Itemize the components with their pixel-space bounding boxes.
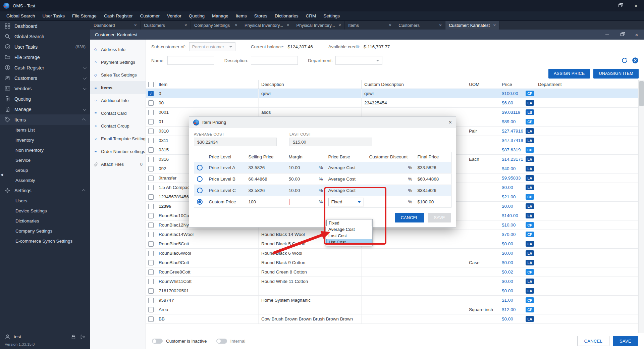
cancel-button[interactable]: CANCEL [577,336,610,346]
tab-company-settings[interactable]: Company Settings× [191,21,241,30]
tab-customer-karinatest[interactable]: Customer: Karinatest× [445,21,499,30]
dropdown-option-average-cost[interactable]: Average Cost [326,226,372,233]
tab-close-icon[interactable]: × [184,22,187,28]
modal-close-icon[interactable]: × [449,119,452,126]
scrollbar-thumb[interactable] [639,81,644,106]
sidebar-item-inventory[interactable]: Inventory [0,135,90,145]
menu-stores[interactable]: Stores [251,13,271,18]
sidebar-item-dashboard[interactable]: Dashboard [0,21,90,31]
menu-settings[interactable]: Settings [320,13,343,18]
menu-dictionaries[interactable]: Dictionaries [271,13,302,18]
menu-file-storage[interactable]: File Storage [68,13,100,18]
modal-save-button[interactable]: SAVE [428,213,451,222]
name-filter-input[interactable] [167,56,214,65]
menu-crm[interactable]: CRM [302,13,320,18]
table-row[interactable]: RounBlac6WoolRound Black 6 Wool$0.00LA [146,249,638,258]
inner-minimize-button[interactable] [600,30,614,40]
table-row[interactable]: ✓0qewrqewr$100.00CP [146,89,638,98]
table-row[interactable]: RounGree8CottRound Green 8 Cotton$0.02CP [146,267,638,277]
row-checkbox[interactable] [148,204,154,209]
nav-item-payment-settings[interactable]: ○Payment Settings [90,56,146,68]
table-row[interactable]: 0001asds$9.03119LB [146,108,638,117]
table-row[interactable]: AreaSquare inch$12.00CP [146,305,638,314]
tab-physical-inventory[interactable]: Physical Inventory...× [241,21,293,30]
description-filter-input[interactable] [251,56,298,65]
restore-button[interactable] [612,0,628,11]
sidebar-item-dictionaries[interactable]: Dictionaries [0,216,90,226]
row-checkbox[interactable] [148,110,154,115]
table-row[interactable]: RounBlac5CottRound Black 5 Cotton$0.00LA [146,239,638,249]
nav-item-items[interactable]: ≡Items [90,81,146,94]
menu-cash-register[interactable]: Cash Register [100,13,137,18]
price-base-select[interactable]: Fixed [328,198,364,206]
tab-customers[interactable]: Customers× [395,21,445,30]
menu-manage[interactable]: Manage [208,13,232,18]
row-checkbox[interactable] [148,241,154,247]
customer-inactive-toggle[interactable] [152,339,163,344]
assign-price-button[interactable]: ASSIGN PRICE [548,69,590,79]
row-checkbox[interactable] [148,288,154,294]
select-all-checkbox[interactable] [148,82,154,87]
table-row[interactable]: 716170020501$0.00LA [146,286,638,296]
close-button[interactable]: × [628,0,644,11]
menu-global-search[interactable]: Global Search [3,13,39,18]
unassign-item-button[interactable]: UNASSIGN ITEM [593,69,639,79]
row-checkbox[interactable] [148,119,154,124]
nav-item-contact-card[interactable]: ≡Contact Card [90,107,146,119]
sidebar-item-company-settings[interactable]: Company Settings [0,226,90,236]
menu-vendor[interactable]: Vendor [163,13,185,18]
tab-dashboard[interactable]: Dashboard× [90,21,141,30]
row-checkbox[interactable] [148,100,154,106]
nav-item-sales-tax-settings[interactable]: ◇Sales Tax Settings [90,68,146,81]
row-checkbox[interactable] [148,138,154,143]
row-checkbox[interactable] [148,194,154,200]
dropdown-option-fixed[interactable]: Fixed [326,220,372,226]
sidebar-item-user-tasks[interactable]: User Tasks(838) [0,42,90,52]
row-checkbox[interactable] [148,166,154,171]
tab-close-icon[interactable]: × [286,22,289,28]
nav-item-contact-group[interactable]: ○Contact Group [90,119,146,132]
nav-item-attach-files[interactable]: Attach Files0 [90,158,146,170]
sidebar-item-items-list[interactable]: Items List [0,125,90,135]
sidebar-item-device-settings[interactable]: Device Settings [0,206,90,216]
tab-customers[interactable]: Customers× [141,21,191,30]
sidebar-item-assembly[interactable]: Assembly [0,175,90,185]
sidebar-item-manage[interactable]: Manage [0,104,90,114]
dropdown-option-last-cost[interactable]: Last Cost [326,233,372,239]
table-row[interactable]: RounBlac9CottRound Black 9 CottonCase$0.… [146,258,638,267]
row-checkbox[interactable] [148,279,154,284]
row-checkbox[interactable]: ✓ [148,91,154,96]
vertical-scrollbar[interactable] [638,80,644,333]
menu-items[interactable]: Items [232,13,251,18]
sidebar-item-non-inventory[interactable]: Non Inventory [0,145,90,155]
tab-close-icon[interactable]: × [235,22,237,28]
row-checkbox[interactable] [148,298,154,303]
lock-icon[interactable] [71,334,76,340]
nav-item-email-template-settings[interactable]: ○Email Template Settings [90,132,146,145]
sidebar-item-global-search[interactable]: Global Search [0,31,90,42]
sidebar-collapse-icon[interactable]: ◀ [0,172,3,177]
tab-items[interactable]: Items× [345,21,395,30]
sidebar-item-customers[interactable]: Customers [0,73,90,83]
sidebar-item-cash-register[interactable]: Cash Register [0,62,90,73]
clear-filters-icon[interactable] [632,57,639,64]
row-checkbox[interactable] [148,269,154,275]
menu-quoting[interactable]: Quoting [185,13,208,18]
sidebar-item-group[interactable]: Group [0,165,90,175]
margin-input-invalid[interactable] [289,199,289,205]
menu-user-tasks[interactable]: User Tasks [39,13,69,18]
sidebar-item-users[interactable]: Users [0,196,90,206]
row-checkbox[interactable] [148,222,154,228]
row-checkbox[interactable] [148,147,154,153]
sidebar-item-vendors[interactable]: Vendors [0,83,90,94]
save-button[interactable]: SAVE [613,336,638,346]
row-checkbox[interactable] [148,260,154,265]
sidebar-item-file-storage[interactable]: File Storage [0,52,90,62]
minimize-button[interactable] [596,0,612,11]
department-filter-select[interactable] [335,56,382,65]
sidebar-item-settings[interactable]: Settings [0,185,90,196]
tab-close-icon[interactable]: × [493,22,496,28]
dropdown-option-list-cost[interactable]: List Cost [326,239,372,245]
refresh-icon[interactable] [621,57,628,64]
nav-item-order-number-settings[interactable]: ≡Order Number settings [90,145,146,158]
